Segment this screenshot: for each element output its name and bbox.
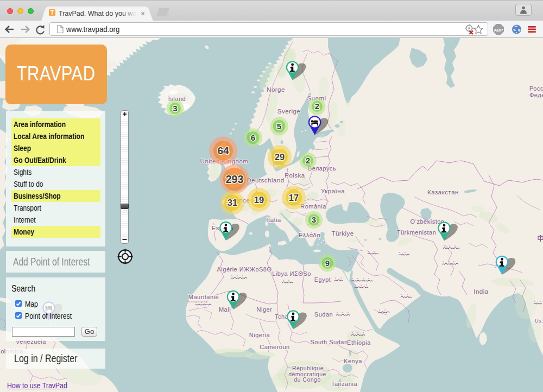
svg-text:2: 2	[306, 156, 310, 165]
svg-text:17: 17	[289, 193, 299, 203]
svg-text:Cameroun: Cameroun	[260, 344, 289, 350]
svg-text:Россий: Россий	[529, 85, 543, 92]
svg-text:Mauritanie: Mauritanie	[188, 294, 219, 300]
svg-text:ABP: ABP	[494, 28, 504, 33]
svg-text:2: 2	[315, 102, 319, 111]
svg-text:Казакстан: Казакстан	[427, 189, 459, 195]
svg-text:Türkiye: Türkiye	[331, 230, 353, 237]
svg-text:România: România	[300, 203, 326, 210]
svg-text:3: 3	[312, 215, 316, 224]
svg-text:3: 3	[173, 104, 177, 113]
svg-text:Norge: Norge	[267, 86, 285, 93]
svg-text:Deutschland: Deutschland	[247, 177, 284, 184]
svg-text:Ελλάδα: Ελλάδα	[299, 232, 320, 238]
svg-text:Türkmenistan: Türkmenistan	[397, 229, 437, 236]
svg-text:19: 19	[254, 195, 264, 205]
svg-text:Tanzania: Tanzania	[331, 381, 357, 387]
svg-text:Polska: Polska	[285, 172, 305, 179]
svg-text:Egypt: Egypt	[314, 276, 331, 283]
svg-text:Libya ИΣΘSо: Libya ИΣΘSо	[272, 270, 311, 277]
svg-text:29: 29	[275, 152, 285, 162]
svg-text:31: 31	[228, 198, 237, 207]
svg-text:293: 293	[226, 173, 244, 185]
svg-text:South Sudan: South Sudan	[310, 339, 348, 345]
svg-text:Sverige: Sverige	[277, 108, 301, 115]
svg-text:du Congo: du Congo	[294, 376, 321, 383]
svg-text:Us:: Us:	[535, 318, 543, 324]
svg-text:6: 6	[251, 133, 255, 142]
svg-text:Федера: Федера	[529, 92, 543, 98]
svg-text:Italia: Italia	[266, 217, 281, 223]
svg-text:5: 5	[277, 122, 281, 131]
svg-text:9: 9	[325, 258, 330, 268]
svg-text:Україна: Україна	[321, 188, 345, 194]
svg-text:India: India	[473, 288, 489, 295]
svg-text:Sudan: Sudan	[314, 311, 333, 318]
svg-text:Ethiopia: Ethiopia	[347, 339, 371, 346]
svg-text:O‘zbekiston: O‘zbekiston	[411, 218, 445, 225]
svg-text:Mali: Mali	[219, 306, 231, 313]
svg-text:Algérie ИЖЖоS8О: Algérie ИЖЖоS8О	[217, 266, 272, 273]
svg-text:Nigeria: Nigeria	[249, 332, 270, 338]
svg-text:64: 64	[217, 145, 229, 156]
svg-text:Kenya: Kenya	[344, 358, 362, 364]
svg-text:Niger: Niger	[257, 306, 273, 313]
